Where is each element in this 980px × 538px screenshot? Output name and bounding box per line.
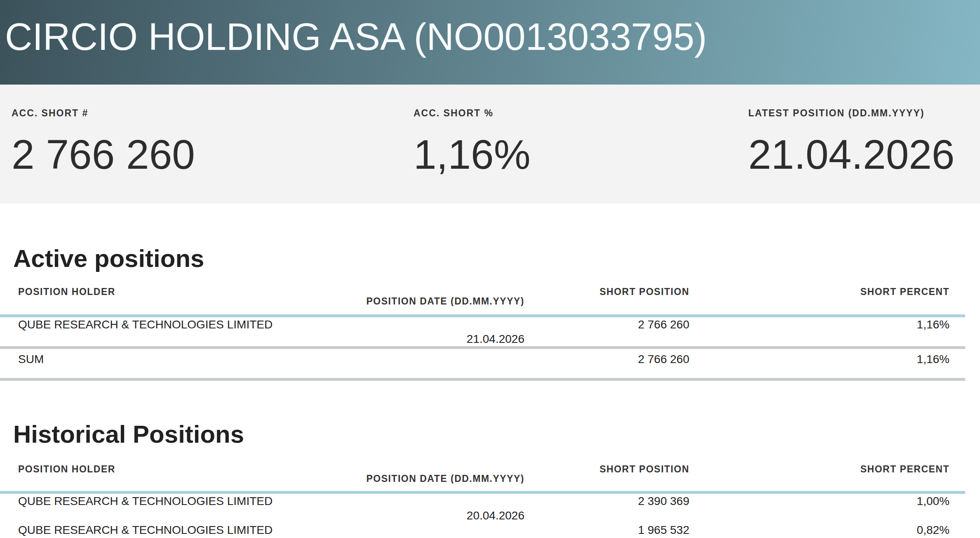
cell-short-percent: 1,00% bbox=[689, 496, 949, 507]
column-header-short-position: SHORT POSITION bbox=[524, 287, 689, 297]
stat-acc-short-percent: ACC. SHORT % 1,16% bbox=[414, 109, 531, 175]
cell-position-holder: QUBE RESEARCH & TECHNOLOGIES LIMITED bbox=[0, 496, 524, 507]
table-row: QUBE RESEARCH & TECHNOLOGIES LIMITED 1 9… bbox=[0, 523, 965, 538]
stat-latest-position-date: LATEST POSITION (DD.MM.YYYY) 21.04.2026 bbox=[748, 109, 955, 175]
stat-label: LATEST POSITION (DD.MM.YYYY) bbox=[748, 109, 955, 118]
stat-acc-short-number: ACC. SHORT # 2 766 260 bbox=[12, 109, 195, 175]
table-body: QUBE RESEARCH & TECHNOLOGIES LIMITED 2 7… bbox=[0, 317, 965, 381]
instrument-header: CIRCIO HOLDING ASA (NO0013033795) bbox=[0, 0, 980, 85]
column-header-short-percent: SHORT PERCENT bbox=[689, 287, 949, 297]
column-header-position-holder: POSITION HOLDER bbox=[0, 287, 524, 297]
cell-position-date: 20.04.2026 bbox=[0, 510, 524, 521]
column-header-position-date: POSITION DATE (DD.MM.YYYY) bbox=[0, 297, 524, 306]
cell-position-holder: QUBE RESEARCH & TECHNOLOGIES LIMITED bbox=[0, 524, 524, 536]
main-content: Active positions POSITION HOLDER SHORT P… bbox=[0, 246, 980, 538]
cell-short-position: 2 390 369 bbox=[524, 496, 689, 507]
cell-short-percent: 0,82% bbox=[689, 524, 949, 536]
stat-value: 2 766 260 bbox=[12, 134, 195, 175]
active-positions-heading: Active positions bbox=[13, 246, 980, 271]
table-body: QUBE RESEARCH & TECHNOLOGIES LIMITED 2 3… bbox=[0, 494, 965, 538]
column-header-position-holder: POSITION HOLDER bbox=[0, 465, 524, 474]
stat-value: 21.04.2026 bbox=[748, 134, 955, 175]
cell-position-holder: SUM bbox=[0, 354, 524, 365]
stat-label: ACC. SHORT % bbox=[414, 109, 531, 118]
cell-position-date: 21.04.2026 bbox=[0, 333, 524, 345]
cell-short-percent: 1,16% bbox=[689, 319, 949, 330]
table-row: QUBE RESEARCH & TECHNOLOGIES LIMITED 2 7… bbox=[0, 317, 965, 349]
summary-stats-band: ACC. SHORT # 2 766 260 ACC. SHORT % 1,16… bbox=[0, 85, 980, 203]
column-header-short-percent: SHORT PERCENT bbox=[689, 465, 949, 474]
cell-short-position: 2 766 260 bbox=[524, 354, 689, 365]
historical-positions-heading: Historical Positions bbox=[13, 422, 980, 447]
cell-position-holder: QUBE RESEARCH & TECHNOLOGIES LIMITED bbox=[0, 319, 524, 330]
instrument-title: CIRCIO HOLDING ASA (NO0013033795) bbox=[5, 15, 707, 59]
table-header-row: POSITION HOLDER SHORT POSITION SHORT PER… bbox=[0, 287, 965, 317]
column-header-short-position: SHORT POSITION bbox=[524, 465, 689, 474]
table-row-sum: SUM 2 766 260 1,16% bbox=[0, 349, 965, 381]
cell-short-position: 1 965 532 bbox=[524, 524, 689, 536]
stat-label: ACC. SHORT # bbox=[12, 109, 195, 118]
stat-value: 1,16% bbox=[414, 134, 531, 175]
cell-short-percent: 1,16% bbox=[689, 354, 949, 365]
table-row: QUBE RESEARCH & TECHNOLOGIES LIMITED 2 3… bbox=[0, 494, 965, 523]
table-header-row: POSITION HOLDER SHORT POSITION SHORT PER… bbox=[0, 465, 965, 494]
cell-short-position: 2 766 260 bbox=[524, 319, 689, 330]
historical-positions-table: POSITION HOLDER SHORT POSITION SHORT PER… bbox=[0, 465, 965, 538]
active-positions-table: POSITION HOLDER SHORT POSITION SHORT PER… bbox=[0, 287, 965, 381]
column-header-position-date: POSITION DATE (DD.MM.YYYY) bbox=[0, 474, 524, 484]
